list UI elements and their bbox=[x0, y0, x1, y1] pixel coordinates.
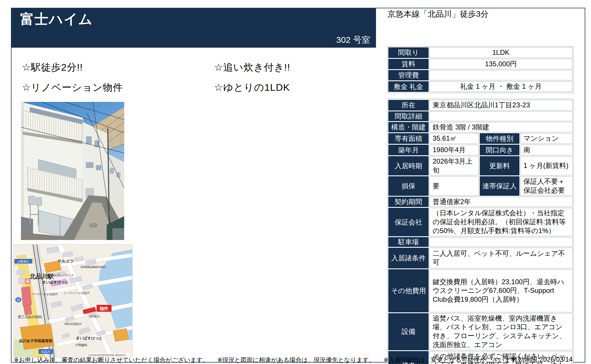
map-label-minimart1: まいばすけっと bbox=[42, 280, 69, 284]
detail-table: 所在 東京都品川区北品川1丁目23-23 間取詳細 構造・階建 鉄骨造 3階 /… bbox=[387, 99, 574, 364]
detail-label: その他費用 bbox=[388, 269, 429, 312]
building-name: 富士ハイム bbox=[20, 10, 93, 28]
detail-value-guarantor: 保証人不要＋保証会社必要 bbox=[520, 176, 573, 195]
map-label-east: SHINAGAWA EAST bbox=[80, 266, 106, 269]
room-number: 302 号室 bbox=[336, 34, 370, 46]
map-label-kt: KT品川 bbox=[90, 315, 100, 318]
detail-value-facing: 南 bbox=[520, 145, 573, 155]
summary-value-rent: 135,000円 bbox=[429, 59, 572, 69]
detail-label: 所在 bbox=[388, 100, 429, 111]
detail-label: 構造・階建 bbox=[388, 122, 429, 133]
detail-label: 物件種別 bbox=[480, 133, 519, 144]
neighborhood-map: 15 山橋東詰 北品川 物件 北品川駅 マルエツ まいばすけっと SHINAGA… bbox=[14, 244, 133, 357]
footer-note-1: ※お申し込み後、審査の結果お断りさせていただく場合がございます。 bbox=[14, 357, 209, 363]
highlight-2: ☆追い炊き付き!! bbox=[214, 61, 290, 74]
highlight-1: ☆駅徒歩2分!! bbox=[22, 61, 83, 74]
detail-value-insurance: 要 bbox=[429, 176, 479, 195]
map-route-15: 15 bbox=[17, 298, 20, 301]
map-label-hospital: 第三北品川病院 bbox=[18, 315, 42, 319]
property-photo-illustration bbox=[21, 102, 124, 240]
summary-value-shikirei: 礼金 1 ヶ月 ・ 敷金 1 ヶ月 bbox=[429, 81, 572, 92]
detail-value-movein: 2026年3月上旬 bbox=[429, 156, 479, 175]
detail-value-structure: 鉄骨造 3階 / 3階建 bbox=[429, 122, 573, 133]
detail-value-other-fees: 鍵交換費用（入居時）23,100円、退去時ハウスクリーニング67,600円、T-… bbox=[429, 269, 573, 312]
map-label-axas: AXAS品川レジデンス bbox=[46, 274, 74, 277]
detail-value-equipment: 追焚バス、浴室乾燥機、室内洗濯機置き場、バストイレ別、コンロ3口、エアコン付き、… bbox=[429, 313, 573, 350]
footer-notes: ※お申し込み後、審査の結果お断りさせていただく場合がございます。※現況と図面に相… bbox=[14, 356, 531, 364]
map-label-galicia: GALICIA品川 bbox=[64, 322, 81, 326]
detail-value-renewal: 1 ヶ月(新賃料) bbox=[520, 156, 573, 175]
detail-label: 入居時期 bbox=[388, 156, 429, 175]
detail-value-area: 35.61㎡ bbox=[429, 133, 479, 144]
detail-label: 駐車場 bbox=[388, 237, 429, 247]
access-line: 京急本線「北品川」徒歩3分 bbox=[387, 9, 489, 20]
detail-label: 損保 bbox=[388, 176, 429, 195]
detail-label: 設備 bbox=[388, 313, 429, 350]
detail-label: 専有面積 bbox=[388, 133, 429, 144]
map-badge-kitashinagawa: 北品川 bbox=[41, 350, 51, 353]
map-label-nick-heim: ニックハイム北品川 bbox=[63, 291, 89, 295]
map-property-chip: 物件 bbox=[99, 306, 108, 311]
detail-label: 連帯保証人 bbox=[480, 176, 519, 195]
detail-value-address: 東京都品川区北品川1丁目23-23 bbox=[429, 100, 573, 111]
detail-label: 開口向き bbox=[480, 145, 519, 155]
summary-label: 敷金 礼金 bbox=[388, 81, 429, 92]
detail-label: 契約期間 bbox=[388, 197, 429, 207]
map-illustration: 15 山橋東詰 北品川 物件 北品川駅 マルエツ まいばすけっと SHINAGA… bbox=[14, 245, 132, 357]
summary-label: 間取り bbox=[388, 47, 429, 58]
detail-label: 入居諸条件 bbox=[388, 248, 429, 268]
map-label-supermarket: マルエツ bbox=[57, 259, 74, 263]
detail-label: 築年月 bbox=[388, 145, 429, 155]
detail-label: 間取詳細 bbox=[388, 111, 429, 121]
detail-label: 保証会社 bbox=[388, 208, 429, 236]
map-label-school: 品川女子学院高等部 bbox=[19, 339, 53, 343]
summary-label: 賃料 bbox=[388, 59, 429, 69]
map-label-park-habio: パークハビオ北品川 bbox=[31, 293, 58, 296]
detail-value-type: マンション bbox=[520, 133, 573, 144]
map-label-minimart2: まいばすけっと bbox=[76, 336, 103, 340]
detail-value-conditions: 二人入居可、ペット不可、ルームシェア不可 bbox=[429, 248, 573, 268]
detail-value-built: 1980年4月 bbox=[429, 145, 479, 155]
highlight-4: ☆ゆとりの1LDK bbox=[214, 81, 290, 94]
property-photo bbox=[21, 102, 124, 240]
detail-value-guarantee-co: （日本レンタル保証株式会社）・当社指定の保証会社利用必須。（初回保証料:賃料等の… bbox=[429, 208, 573, 236]
summary-value-madori: 1LDK bbox=[429, 47, 572, 58]
map-label-dental: 小野歯科 bbox=[74, 343, 87, 347]
detail-value-parking bbox=[429, 237, 573, 247]
detail-value-madori-detail bbox=[429, 111, 573, 121]
header-bar: 富士ハイム 302 号室 bbox=[11, 8, 376, 48]
footer-note-2: ※現況と図面に相違がある場合は、現況優先となります。 bbox=[217, 357, 375, 363]
detail-value-contract: 普通借家2年 bbox=[429, 197, 573, 207]
detail-label: 更新料 bbox=[480, 156, 519, 175]
summary-label: 管理費 bbox=[388, 70, 429, 80]
expiry-date: 有効期限:2026/03/14 bbox=[460, 355, 573, 364]
summary-value-kanrihi bbox=[429, 70, 572, 80]
map-badge-bridge: 山橋東詰 bbox=[18, 260, 29, 263]
summary-table: 間取り 1LDK 賃料 135,000円 管理費 敷金 礼金 礼金 1 ヶ月 ・… bbox=[387, 46, 573, 93]
highlight-3: ☆リノベーション物件 bbox=[22, 81, 123, 94]
